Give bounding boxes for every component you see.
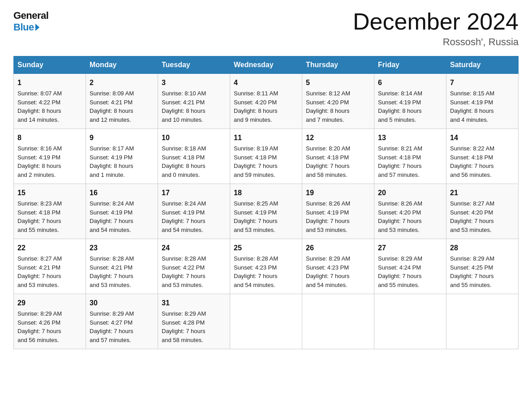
- logo-chevron-icon: [35, 24, 39, 31]
- day-number: 15: [17, 188, 82, 198]
- day-info: Sunrise: 8:22 AMSunset: 4:18 PMDaylight:…: [450, 145, 494, 178]
- day-info: Sunrise: 8:17 AMSunset: 4:19 PMDaylight:…: [90, 145, 134, 178]
- calendar-cell: 30Sunrise: 8:29 AMSunset: 4:27 PMDayligh…: [86, 294, 158, 349]
- calendar-cell: 25Sunrise: 8:28 AMSunset: 4:23 PMDayligh…: [230, 239, 302, 294]
- calendar-cell: 24Sunrise: 8:28 AMSunset: 4:22 PMDayligh…: [158, 239, 230, 294]
- day-info: Sunrise: 8:28 AMSunset: 4:23 PMDaylight:…: [234, 255, 278, 288]
- day-number: 16: [90, 188, 154, 198]
- weekday-header-tuesday: Tuesday: [158, 56, 230, 74]
- day-number: 2: [90, 77, 154, 88]
- day-info: Sunrise: 8:27 AMSunset: 4:21 PMDaylight:…: [17, 255, 62, 288]
- day-number: 24: [162, 243, 226, 253]
- calendar-cell: 5Sunrise: 8:12 AMSunset: 4:20 PMDaylight…: [302, 74, 374, 129]
- calendar-cell: 26Sunrise: 8:29 AMSunset: 4:23 PMDayligh…: [302, 239, 374, 294]
- day-number: 1: [17, 77, 82, 88]
- calendar-week-row: 1Sunrise: 8:07 AMSunset: 4:22 PMDaylight…: [14, 74, 519, 129]
- calendar-cell: 22Sunrise: 8:27 AMSunset: 4:21 PMDayligh…: [14, 239, 86, 294]
- calendar-cell: [230, 294, 302, 349]
- day-info: Sunrise: 8:23 AMSunset: 4:18 PMDaylight:…: [17, 200, 62, 233]
- day-number: 26: [306, 243, 370, 253]
- day-info: Sunrise: 8:12 AMSunset: 4:20 PMDaylight:…: [306, 90, 350, 123]
- calendar-cell: 4Sunrise: 8:11 AMSunset: 4:20 PMDaylight…: [230, 74, 302, 129]
- calendar-cell: 8Sunrise: 8:16 AMSunset: 4:19 PMDaylight…: [14, 129, 86, 184]
- calendar-cell: 7Sunrise: 8:15 AMSunset: 4:19 PMDaylight…: [446, 74, 519, 129]
- day-info: Sunrise: 8:07 AMSunset: 4:22 PMDaylight:…: [17, 90, 62, 123]
- day-number: 28: [450, 243, 515, 253]
- calendar-cell: 13Sunrise: 8:21 AMSunset: 4:18 PMDayligh…: [374, 129, 446, 184]
- weekday-header-friday: Friday: [374, 56, 446, 74]
- weekday-header-row: SundayMondayTuesdayWednesdayThursdayFrid…: [14, 56, 519, 74]
- day-number: 17: [162, 188, 226, 198]
- day-number: 4: [234, 77, 298, 88]
- day-number: 25: [234, 243, 298, 253]
- day-number: 14: [450, 133, 515, 143]
- day-info: Sunrise: 8:26 AMSunset: 4:20 PMDaylight:…: [378, 200, 422, 233]
- calendar-cell: 1Sunrise: 8:07 AMSunset: 4:22 PMDaylight…: [14, 74, 86, 129]
- calendar-cell: 18Sunrise: 8:25 AMSunset: 4:19 PMDayligh…: [230, 184, 302, 239]
- calendar-week-row: 15Sunrise: 8:23 AMSunset: 4:18 PMDayligh…: [14, 184, 519, 239]
- calendar-cell: 3Sunrise: 8:10 AMSunset: 4:21 PMDaylight…: [158, 74, 230, 129]
- calendar-cell: 6Sunrise: 8:14 AMSunset: 4:19 PMDaylight…: [374, 74, 446, 129]
- day-info: Sunrise: 8:20 AMSunset: 4:18 PMDaylight:…: [306, 145, 350, 178]
- calendar-cell: 19Sunrise: 8:26 AMSunset: 4:19 PMDayligh…: [302, 184, 374, 239]
- day-info: Sunrise: 8:24 AMSunset: 4:19 PMDaylight:…: [162, 200, 206, 233]
- day-info: Sunrise: 8:16 AMSunset: 4:19 PMDaylight:…: [17, 145, 62, 178]
- month-title: December 2024: [353, 9, 519, 34]
- calendar-cell: 12Sunrise: 8:20 AMSunset: 4:18 PMDayligh…: [302, 129, 374, 184]
- calendar-cell: [302, 294, 374, 349]
- day-number: 23: [90, 243, 154, 253]
- day-number: 5: [306, 77, 370, 88]
- day-info: Sunrise: 8:27 AMSunset: 4:20 PMDaylight:…: [450, 200, 494, 233]
- day-info: Sunrise: 8:25 AMSunset: 4:19 PMDaylight:…: [234, 200, 278, 233]
- logo: General Blue: [13, 9, 48, 33]
- day-number: 10: [162, 133, 226, 143]
- day-number: 18: [234, 188, 298, 198]
- day-number: 11: [234, 133, 298, 143]
- weekday-header-monday: Monday: [86, 56, 158, 74]
- calendar-cell: 27Sunrise: 8:29 AMSunset: 4:24 PMDayligh…: [374, 239, 446, 294]
- day-info: Sunrise: 8:24 AMSunset: 4:19 PMDaylight:…: [90, 200, 134, 233]
- location-label: Rossosh', Russia: [353, 36, 519, 48]
- logo-text-general: General: [13, 10, 48, 21]
- calendar-cell: 10Sunrise: 8:18 AMSunset: 4:18 PMDayligh…: [158, 129, 230, 184]
- day-info: Sunrise: 8:21 AMSunset: 4:18 PMDaylight:…: [378, 145, 422, 178]
- calendar-cell: 31Sunrise: 8:29 AMSunset: 4:28 PMDayligh…: [158, 294, 230, 349]
- day-number: 31: [162, 298, 226, 308]
- calendar-cell: 16Sunrise: 8:24 AMSunset: 4:19 PMDayligh…: [86, 184, 158, 239]
- calendar-cell: 23Sunrise: 8:28 AMSunset: 4:21 PMDayligh…: [86, 239, 158, 294]
- weekday-header-wednesday: Wednesday: [230, 56, 302, 74]
- weekday-header-thursday: Thursday: [302, 56, 374, 74]
- calendar-cell: 20Sunrise: 8:26 AMSunset: 4:20 PMDayligh…: [374, 184, 446, 239]
- calendar-week-row: 29Sunrise: 8:29 AMSunset: 4:26 PMDayligh…: [14, 294, 519, 349]
- day-number: 9: [90, 133, 154, 143]
- day-info: Sunrise: 8:29 AMSunset: 4:25 PMDaylight:…: [450, 255, 494, 288]
- title-area: December 2024 Rossosh', Russia: [353, 9, 519, 48]
- day-info: Sunrise: 8:29 AMSunset: 4:27 PMDaylight:…: [90, 310, 134, 343]
- calendar-cell: 29Sunrise: 8:29 AMSunset: 4:26 PMDayligh…: [14, 294, 86, 349]
- weekday-header-sunday: Sunday: [14, 56, 86, 74]
- day-info: Sunrise: 8:11 AMSunset: 4:20 PMDaylight:…: [234, 90, 278, 123]
- calendar-cell: 17Sunrise: 8:24 AMSunset: 4:19 PMDayligh…: [158, 184, 230, 239]
- calendar-week-row: 22Sunrise: 8:27 AMSunset: 4:21 PMDayligh…: [14, 239, 519, 294]
- day-number: 7: [450, 77, 515, 88]
- day-number: 20: [378, 188, 442, 198]
- day-number: 27: [378, 243, 442, 253]
- day-number: 8: [17, 133, 82, 143]
- page-header: General Blue December 2024 Rossosh', Rus…: [13, 9, 519, 48]
- calendar-cell: [446, 294, 519, 349]
- weekday-header-saturday: Saturday: [446, 56, 519, 74]
- day-info: Sunrise: 8:28 AMSunset: 4:21 PMDaylight:…: [90, 255, 134, 288]
- logo-icon: General Blue: [13, 10, 48, 33]
- logo-text-blue: Blue: [13, 21, 39, 33]
- day-number: 3: [162, 77, 226, 88]
- day-info: Sunrise: 8:18 AMSunset: 4:18 PMDaylight:…: [162, 145, 206, 178]
- day-info: Sunrise: 8:29 AMSunset: 4:23 PMDaylight:…: [306, 255, 350, 288]
- day-number: 19: [306, 188, 370, 198]
- day-number: 12: [306, 133, 370, 143]
- calendar-table: SundayMondayTuesdayWednesdayThursdayFrid…: [13, 56, 519, 349]
- day-info: Sunrise: 8:29 AMSunset: 4:26 PMDaylight:…: [17, 310, 62, 343]
- day-info: Sunrise: 8:15 AMSunset: 4:19 PMDaylight:…: [450, 90, 494, 123]
- calendar-cell: 14Sunrise: 8:22 AMSunset: 4:18 PMDayligh…: [446, 129, 519, 184]
- day-number: 30: [90, 298, 154, 308]
- calendar-cell: [374, 294, 446, 349]
